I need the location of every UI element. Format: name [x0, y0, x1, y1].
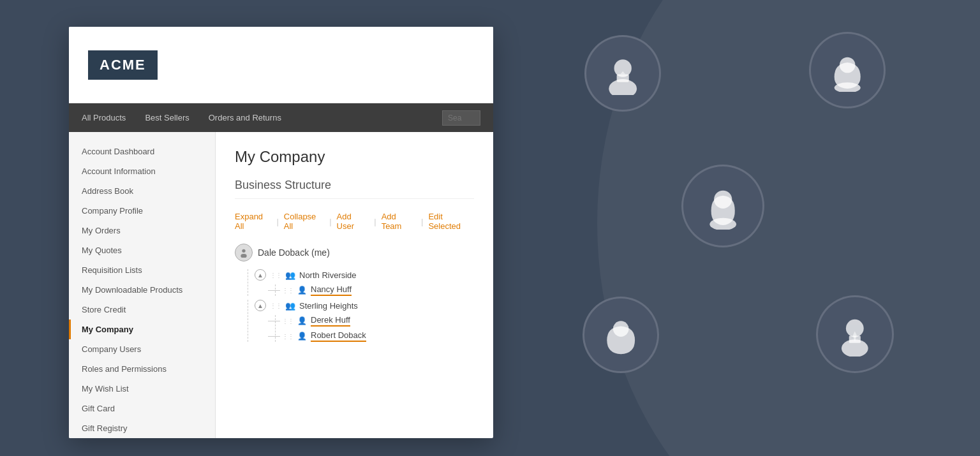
logo-box: ACME — [88, 50, 158, 80]
drag-robert[interactable]: ⋮⋮ — [282, 333, 293, 340]
avatar-1 — [584, 35, 661, 112]
sidebar: Account Dashboard Account Information Ad… — [69, 132, 216, 438]
logo-text: ACME — [100, 57, 146, 73]
svg-point-14 — [241, 254, 246, 258]
user-derek-huff: ⋮⋮ 👤 Derek Huff — [282, 315, 474, 327]
sterling-heights-users: ⋮⋮ 👤 Derek Huff ⋮⋮ 👤 Robert Doback — [275, 315, 474, 342]
card-header: ACME — [69, 27, 493, 103]
sidebar-item-company-users[interactable]: Company Users — [69, 339, 215, 359]
action-links: Expand All | Collapse All | Add User | A… — [235, 212, 474, 231]
avatar-2 — [809, 32, 886, 108]
team-icon-sterling-heights: 👥 — [285, 301, 295, 311]
collapse-sterling-heights[interactable]: ▲ — [255, 300, 266, 311]
avatar-4 — [583, 297, 659, 373]
page-title: My Company — [235, 148, 474, 166]
search-input[interactable] — [442, 110, 480, 126]
sep-1: | — [276, 217, 278, 226]
branch-north-riverside-group: ▲ ⋮⋮ 👥 North Riverside ⋮⋮ 👤 Nancy Huff — [248, 269, 474, 296]
sep-4: | — [421, 217, 423, 226]
user-name-robert[interactable]: Robert Doback — [311, 330, 366, 342]
sidebar-item-account-dashboard[interactable]: Account Dashboard — [69, 142, 215, 161]
drag-sterling-heights[interactable]: ⋮⋮ — [270, 302, 281, 309]
user-nancy-huff: ⋮⋮ 👤 Nancy Huff — [282, 284, 474, 296]
svg-point-7 — [709, 218, 736, 230]
main-card: ACME All Products Best Sellers Orders an… — [69, 27, 493, 438]
avatar-5 — [816, 295, 894, 373]
tree-root: Dale Doback (me) — [235, 244, 474, 261]
sidebar-item-account-information[interactable]: Account Information — [69, 161, 215, 181]
user-robert-doback: ⋮⋮ 👤 Robert Doback — [282, 330, 474, 342]
user-name-nancy[interactable]: Nancy Huff — [311, 284, 352, 296]
drag-nancy[interactable]: ⋮⋮ — [282, 287, 293, 294]
add-user-link[interactable]: Add User — [337, 212, 369, 231]
svg-point-13 — [242, 249, 245, 253]
collapse-all-link[interactable]: Collapse All — [284, 212, 324, 231]
user-icon-nancy: 👤 — [297, 286, 307, 295]
sidebar-item-gift-card[interactable]: Gift Card — [69, 399, 215, 418]
sidebar-item-company-profile[interactable]: Company Profile — [69, 201, 215, 221]
sidebar-item-requisition-lists[interactable]: Requisition Lists — [69, 260, 215, 280]
sidebar-item-my-quotes[interactable]: My Quotes — [69, 240, 215, 260]
card-content: Account Dashboard Account Information Ad… — [69, 132, 493, 438]
user-icon-derek: 👤 — [297, 316, 307, 325]
root-avatar — [235, 244, 253, 261]
sep-2: | — [329, 217, 331, 226]
user-icon-robert: 👤 — [297, 332, 307, 341]
user-name-derek[interactable]: Derek Huff — [311, 315, 350, 327]
sidebar-item-store-credit[interactable]: Store Credit — [69, 300, 215, 320]
sep-3: | — [374, 217, 376, 226]
branch-sterling-heights-header: ▲ ⋮⋮ 👥 Sterling Heights — [255, 300, 474, 311]
branch-sterling-heights-container: ▲ ⋮⋮ 👥 Sterling Heights ⋮⋮ 👤 Derek Huff — [248, 300, 474, 342]
main-content: My Company Business Structure Expand All… — [216, 132, 493, 438]
sidebar-item-my-orders[interactable]: My Orders — [69, 221, 215, 240]
expand-all-link[interactable]: Expand All — [235, 212, 271, 231]
edit-selected-link[interactable]: Edit Selected — [428, 212, 474, 231]
sidebar-item-address-book[interactable]: Address Book — [69, 181, 215, 201]
add-team-link[interactable]: Add Team — [382, 212, 416, 231]
nav-orders-returns[interactable]: Orders and Returns — [209, 113, 281, 122]
branch-north-riverside-container: ▲ ⋮⋮ 👥 North Riverside ⋮⋮ 👤 Nancy Huff — [248, 269, 474, 296]
nav-bar: All Products Best Sellers Orders and Ret… — [69, 103, 493, 132]
sidebar-item-my-wish-list[interactable]: My Wish List — [69, 379, 215, 399]
branch-north-riverside-name: North Riverside — [299, 270, 357, 280]
sidebar-item-my-company[interactable]: My Company — [69, 320, 215, 339]
branch-sterling-heights-group: ▲ ⋮⋮ 👥 Sterling Heights ⋮⋮ 👤 Derek Huff — [248, 300, 474, 342]
drag-north-riverside[interactable]: ⋮⋮ — [270, 272, 281, 279]
tree: Dale Doback (me) ▲ ⋮⋮ 👥 North Riverside — [235, 244, 474, 342]
collapse-north-riverside[interactable]: ▲ — [255, 269, 266, 281]
branch-north-riverside-header: ▲ ⋮⋮ 👥 North Riverside — [255, 269, 474, 281]
svg-rect-2 — [616, 74, 628, 82]
drag-derek[interactable]: ⋮⋮ — [282, 318, 293, 325]
section-title: Business Structure — [235, 179, 474, 199]
nav-best-sellers[interactable]: Best Sellers — [145, 113, 189, 122]
nav-all-products[interactable]: All Products — [82, 113, 126, 122]
sidebar-item-roles-permissions[interactable]: Roles and Permissions — [69, 359, 215, 379]
branch-sterling-heights-name: Sterling Heights — [299, 301, 358, 311]
root-name: Dale Doback (me) — [258, 247, 330, 258]
avatar-3 — [681, 165, 764, 247]
north-riverside-users: ⋮⋮ 👤 Nancy Huff — [275, 284, 474, 296]
sidebar-item-gift-registry[interactable]: Gift Registry — [69, 418, 215, 438]
sidebar-item-downloadable-products[interactable]: My Downloadable Products — [69, 280, 215, 300]
team-icon-north-riverside: 👥 — [285, 270, 295, 280]
